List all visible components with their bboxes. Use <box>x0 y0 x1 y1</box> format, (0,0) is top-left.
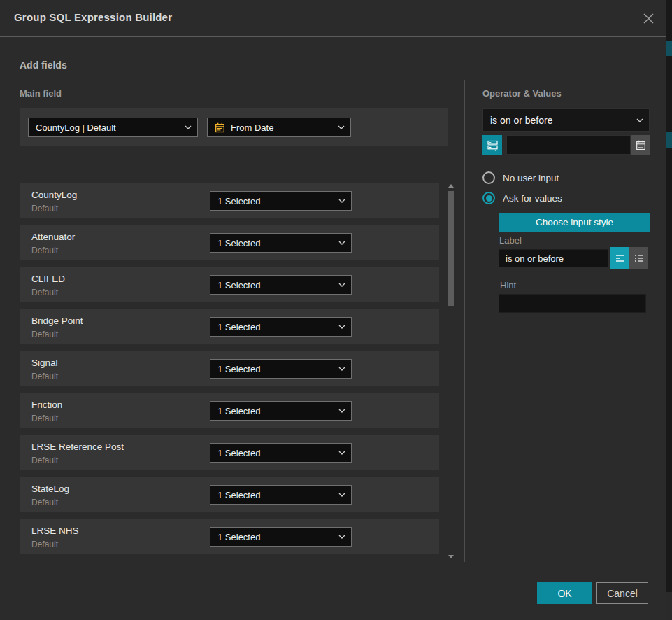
field-selected-dropdown[interactable]: 1 Selected <box>210 317 352 337</box>
field-sub: Default <box>31 246 58 255</box>
all-fields-list: CountyLog Default 1 Selected Attenuator … <box>20 183 439 561</box>
chevron-down-icon <box>636 118 643 122</box>
field-selected-dropdown-label: 1 Selected <box>217 196 334 206</box>
field-selected-dropdown-label: 1 Selected <box>217 532 334 542</box>
radio-checked-icon <box>482 192 495 204</box>
label-input[interactable] <box>499 249 608 267</box>
close-icon <box>642 12 655 25</box>
radio-no-user-input[interactable]: No user input <box>482 171 559 184</box>
field-selected-dropdown-label: 1 Selected <box>217 490 334 500</box>
field-name: Bridge Point <box>31 316 83 326</box>
radio-no-user-input-label: No user input <box>503 173 559 183</box>
single-line-style-button[interactable] <box>610 247 629 269</box>
layer-dropdown-value: CountyLog | Default <box>36 122 180 133</box>
operator-dropdown-value: is on or before <box>490 115 632 126</box>
field-sub: Default <box>31 372 58 381</box>
background-app-edge <box>666 0 672 620</box>
list-style-button[interactable] <box>629 247 648 269</box>
field-row: LRSE NHS Default 1 Selected <box>20 519 439 554</box>
chevron-down-icon <box>338 125 345 129</box>
scrollbar-down-arrow-icon[interactable] <box>448 555 454 558</box>
field-name: StateLog <box>31 484 69 494</box>
main-field-panel: CountyLog | Default From Date <box>20 108 448 146</box>
field-row: CountyLog Default 1 Selected <box>20 183 439 218</box>
ok-button[interactable]: OK <box>537 582 592 604</box>
main-field-label: Main field <box>20 88 62 99</box>
scrollbar-up-arrow-icon[interactable] <box>448 184 454 188</box>
field-selected-dropdown-label: 1 Selected <box>217 238 334 248</box>
chevron-down-icon <box>338 493 345 497</box>
scrollbar-thumb[interactable] <box>448 191 454 306</box>
background-accent-mark <box>666 132 672 148</box>
screen: Group SQL Expression Builder Add fields … <box>0 0 672 620</box>
chevron-down-icon <box>338 199 345 203</box>
background-accent-mark <box>666 592 672 620</box>
field-selected-dropdown-label: 1 Selected <box>217 448 334 458</box>
align-left-icon <box>615 253 626 264</box>
chevron-down-icon <box>338 325 345 329</box>
field-row: Bridge Point Default 1 Selected <box>20 309 439 344</box>
field-sub: Default <box>31 540 58 549</box>
field-selected-dropdown-label: 1 Selected <box>217 280 334 290</box>
field-selected-dropdown[interactable]: 1 Selected <box>210 527 352 547</box>
unique-values-button[interactable] <box>482 135 502 155</box>
radio-ask-for-values[interactable]: Ask for values <box>482 192 562 204</box>
close-button[interactable] <box>638 8 658 28</box>
field-name: LRSE NHS <box>31 526 79 536</box>
field-selected-dropdown-label: 1 Selected <box>217 364 334 374</box>
radio-unchecked-icon <box>482 171 495 184</box>
radio-ask-for-values-label: Ask for values <box>503 193 562 204</box>
field-selected-dropdown[interactable]: 1 Selected <box>210 191 352 211</box>
vertical-divider <box>464 80 465 562</box>
calendar-icon <box>636 140 646 150</box>
hint-field-label: Hint <box>500 280 516 290</box>
chevron-down-icon <box>338 367 345 371</box>
date-field-icon <box>215 122 225 133</box>
dialog-titlebar: Group SQL Expression Builder <box>0 0 666 37</box>
value-input[interactable] <box>506 135 631 155</box>
field-sub: Default <box>31 456 58 465</box>
field-dropdown-value: From Date <box>231 122 334 133</box>
field-selected-dropdown[interactable]: 1 Selected <box>210 401 352 421</box>
field-selected-dropdown-label: 1 Selected <box>217 322 334 332</box>
choose-input-style-button[interactable]: Choose input style <box>499 213 650 232</box>
group-sql-expression-builder-dialog: Group SQL Expression Builder Add fields … <box>0 0 666 620</box>
hint-input[interactable] <box>499 294 646 313</box>
chevron-down-icon <box>338 535 345 539</box>
field-name: Attenuator <box>31 232 75 242</box>
field-selected-dropdown[interactable]: 1 Selected <box>210 485 352 505</box>
field-sub: Default <box>31 414 58 423</box>
label-field-label: Label <box>499 235 522 246</box>
field-selected-dropdown[interactable]: 1 Selected <box>210 443 352 463</box>
chevron-down-icon <box>338 241 345 245</box>
field-selected-dropdown[interactable]: 1 Selected <box>210 233 352 253</box>
field-name: CLIFED <box>31 274 65 284</box>
field-row: Signal Default 1 Selected <box>20 351 439 386</box>
field-sub: Default <box>31 330 58 339</box>
operator-dropdown[interactable]: is on or before <box>482 108 650 132</box>
field-row: CLIFED Default 1 Selected <box>20 267 439 302</box>
field-selected-dropdown[interactable]: 1 Selected <box>210 359 352 379</box>
field-sub: Default <box>31 288 58 297</box>
chevron-down-icon <box>338 409 345 413</box>
field-name: Signal <box>31 358 58 368</box>
field-selected-dropdown[interactable]: 1 Selected <box>210 275 352 295</box>
field-name: LRSE Reference Post <box>31 442 124 452</box>
field-sub: Default <box>31 498 58 507</box>
operator-values-heading: Operator & Values <box>482 88 562 99</box>
date-picker-button[interactable] <box>631 135 650 155</box>
dialog-title: Group SQL Expression Builder <box>14 11 172 23</box>
field-row: Attenuator Default 1 Selected <box>20 225 439 260</box>
chevron-down-icon <box>338 283 345 287</box>
layer-dropdown[interactable]: CountyLog | Default <box>28 118 198 137</box>
cancel-button[interactable]: Cancel <box>596 582 648 604</box>
field-name: Friction <box>31 400 62 410</box>
field-sub: Default <box>31 204 58 213</box>
chevron-down-icon <box>338 451 345 455</box>
field-dropdown[interactable]: From Date <box>207 118 351 137</box>
chevron-down-icon <box>185 125 192 129</box>
field-row: StateLog Default 1 Selected <box>20 477 439 512</box>
field-selected-dropdown-label: 1 Selected <box>217 406 334 416</box>
field-row: Friction Default 1 Selected <box>20 393 439 428</box>
add-fields-heading: Add fields <box>20 59 67 71</box>
